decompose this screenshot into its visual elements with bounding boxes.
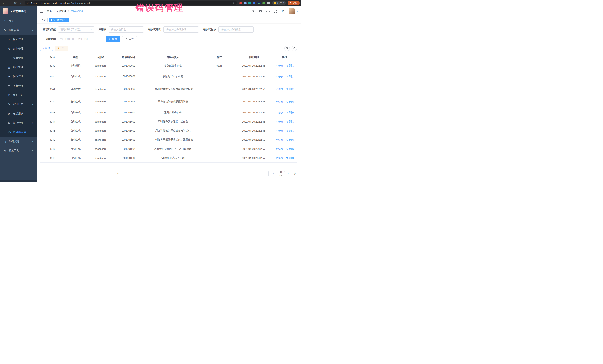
sidebar-item-岗位管理[interactable]: ▣ 岗位管理 [0,72,36,81]
browser-home-icon[interactable]: ⌂ [19,1,23,5]
paused-badge[interactable]: 已暂停 [272,1,286,5]
next-page-button[interactable]: › [271,171,276,176]
delete-link[interactable]: 删除 [286,100,294,103]
sidebar-item-错误码管理[interactable]: </> 错误码管理 [0,128,36,137]
delete-link[interactable]: 删除 [286,120,294,123]
github-icon[interactable] [259,10,262,13]
delete-link[interactable]: 删除 [286,147,294,151]
error-code-input[interactable] [163,26,199,33]
toggle-search-button[interactable] [284,46,290,51]
tab-tag-错误码管理[interactable]: 错误码管理 × [49,18,69,22]
close-icon[interactable]: × [66,19,67,21]
delete-link[interactable]: 删除 [286,138,294,141]
error-hint-input[interactable] [218,26,254,33]
reload-icon[interactable]: ⟳ [13,1,17,5]
extension-grid-icon[interactable] [253,2,255,4]
edit-link[interactable]: 修改 [276,120,283,123]
edit-link[interactable]: 修改 [276,88,283,91]
page-button[interactable]: 8 [36,171,269,176]
sidebar-item-系统管理[interactable]: ⚙ 系统管理 ∧ [0,26,36,35]
sidebar-item-基础设施[interactable]: ▢ 基础设施 ∨ [0,137,36,146]
date-range-picker[interactable]: 开始日期 - 结束日期 [58,36,101,42]
edit-link[interactable]: 修改 [276,129,283,132]
add-button[interactable]: + 新增 [40,46,53,51]
tag-label: 首页 [41,18,46,22]
app-name-input[interactable] [109,26,144,33]
edit-link[interactable]: 修改 [276,138,283,141]
edit-link[interactable]: 修改 [276,64,283,67]
extensions-puzzle-icon[interactable] [267,2,270,4]
sidebar-item-审计日志[interactable]: ✎ 审计日志 ∨ [0,100,36,109]
table-row: 3946 自动生成 dashboard 1001001003 定时任务已经处于该… [40,135,297,144]
column-header[interactable]: 编号 [40,53,64,61]
sidebar-item-用户管理[interactable]: ♟ 用户管理 [0,35,36,44]
extension-blue-icon[interactable] [244,2,247,4]
edit-link[interactable]: 修改 [276,111,283,114]
post-icon: ▣ [7,75,11,78]
column-header[interactable]: 操作 [272,53,297,61]
column-header[interactable]: 应用名 [87,53,115,61]
column-header[interactable]: 错误码编码 [115,53,142,61]
forward-icon[interactable]: → [8,1,12,5]
extension-check-icon[interactable]: ✓ [248,2,251,4]
tab-tag-首页[interactable]: 首页 [39,18,48,22]
online-user-icon: ◉ [7,112,11,115]
breadcrumb-item[interactable]: 首页 [47,10,52,13]
logo[interactable]: 芋道管理系统 [0,6,36,16]
extension-on-icon[interactable]: on [257,2,261,4]
search-icon[interactable] [251,10,255,13]
edit-link[interactable]: 修改 [276,156,283,160]
sidebar-item-label: 基础设施 [9,140,30,143]
sidebar-menu: ⌂ 首页 ⚙ 系统管理 ∧ ♟ 用户管理 ♞ 角色管理 ☰ 菜单管理 ▦ 部门管… [0,16,36,182]
edit-link[interactable]: 修改 [276,100,283,103]
delete-link[interactable]: 删除 [286,156,294,160]
sms-icon: ✉ [7,121,11,124]
sidebar-item-角色管理[interactable]: ♞ 角色管理 [0,44,36,53]
sidebar-item-短信管理[interactable]: ✉ 短信管理 ∨ [0,118,36,128]
avatar-caret-icon[interactable]: ▼ [297,10,298,12]
back-icon[interactable]: ← [2,1,6,5]
export-button[interactable]: 导出 [55,46,68,51]
sidebar-collapse-bar[interactable] [0,180,36,182]
extension-red-icon[interactable] [239,2,242,4]
user-avatar[interactable] [289,8,295,14]
delete-link[interactable]: 删除 [286,111,294,114]
main-area: 首页/系统管理/错误码管理 ? TT ▼ [36,6,302,182]
column-header[interactable]: 类型 [64,53,87,61]
fullscreen-icon[interactable] [274,10,277,13]
url-bar[interactable]: ⚠ 不安全 dashboard.yudao.iocoder.cn/system/… [25,1,237,5]
delete-link[interactable]: 删除 [286,75,294,78]
sidebar-item-在线用户[interactable]: ◉ 在线用户 [0,109,36,118]
goto-page-input[interactable] [284,171,292,176]
breadcrumb-item[interactable]: 系统管理 [56,10,66,13]
search-button[interactable]: 搜索 [105,36,120,42]
url-text[interactable]: dashboard.yudao.iocoder.cn/system/error-… [41,2,231,4]
column-header[interactable]: 备注 [204,53,235,61]
sidebar-item-菜单管理[interactable]: ☰ 菜单管理 [0,53,36,63]
bookmark-star-icon[interactable]: ☆ [232,1,235,4]
sidebar-item-研发工具[interactable]: ⚒ 研发工具 ∨ [0,146,36,155]
extension-leaf-icon[interactable] [262,2,265,4]
column-header[interactable]: 错误码提示 [142,53,204,61]
update-button[interactable]: ⟳更新 [288,1,300,5]
font-size-icon[interactable]: TT [281,10,284,13]
cell-app: dashboard [87,61,115,70]
error-type-select[interactable]: 请选择错误码类型 ▾ [58,26,94,33]
column-header[interactable]: 创建时间 [235,53,272,61]
edit-link[interactable]: 修改 [276,75,283,78]
sidebar-item-字典管理[interactable]: ▤ 字典管理 [0,81,36,90]
delete-link[interactable]: 删除 [286,64,294,67]
delete-link[interactable]: 删除 [286,129,294,132]
reset-button[interactable]: 重置 [122,36,137,42]
sidebar-item-首页[interactable]: ⌂ 首页 [0,16,36,26]
sidebar-item-部门管理[interactable]: ▦ 部门管理 [0,63,36,72]
edit-link[interactable]: 修改 [276,147,283,151]
cell-remark [204,154,235,163]
refresh-table-button[interactable] [292,46,297,51]
help-icon[interactable]: ? [267,10,270,13]
pencil-icon [276,130,278,132]
pencil-icon [276,88,278,90]
delete-link[interactable]: 删除 [286,88,294,91]
sidebar-item-通知公告[interactable]: ⚑ 通知公告 [0,90,36,100]
hamburger-icon[interactable] [40,10,43,13]
